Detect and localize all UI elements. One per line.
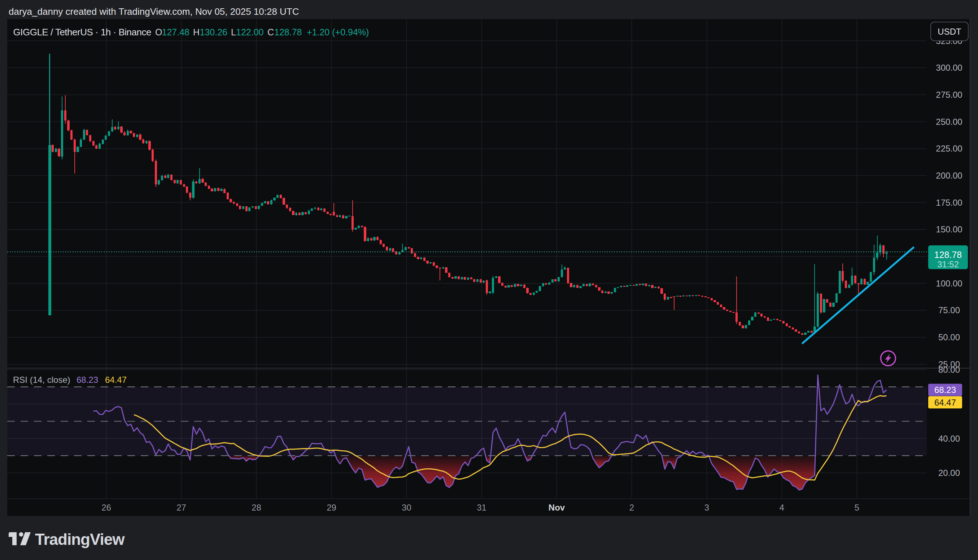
svg-text:68.23: 68.23	[77, 375, 98, 385]
svg-text:C: C	[267, 27, 274, 37]
svg-text:27: 27	[177, 503, 186, 512]
svg-text:40.00: 40.00	[938, 434, 960, 443]
svg-text:3: 3	[705, 503, 709, 512]
svg-text:GIGGLE / TetherUS · 1h · Binan: GIGGLE / TetherUS · 1h · Binance	[13, 27, 151, 38]
svg-text:2: 2	[630, 503, 634, 512]
svg-text:130.26: 130.26	[200, 27, 227, 37]
svg-text:darya_danny created with Tradi: darya_danny created with TradingView.com…	[9, 6, 299, 17]
svg-text:250.00: 250.00	[936, 117, 962, 127]
svg-text:75.00: 75.00	[938, 305, 960, 315]
svg-text:H: H	[193, 27, 200, 37]
svg-text:275.00: 275.00	[936, 90, 962, 100]
svg-text:Nov: Nov	[548, 503, 565, 512]
svg-text:TradingView: TradingView	[35, 530, 125, 548]
svg-text:29: 29	[327, 503, 337, 512]
svg-text:128.78: 128.78	[274, 27, 302, 37]
svg-text:128.78: 128.78	[934, 250, 962, 260]
svg-text:31: 31	[477, 503, 487, 512]
svg-text:USDT: USDT	[938, 27, 961, 37]
svg-text:80.00: 80.00	[938, 365, 960, 375]
svg-text:300.00: 300.00	[936, 63, 962, 73]
svg-text:L: L	[231, 27, 236, 37]
svg-text:50.00: 50.00	[938, 332, 960, 342]
svg-text:5: 5	[855, 503, 859, 512]
svg-text:64.47: 64.47	[105, 375, 127, 385]
svg-text:O: O	[155, 27, 162, 37]
svg-text:100.00: 100.00	[936, 278, 962, 288]
svg-text:28: 28	[252, 503, 261, 512]
svg-text:30: 30	[402, 503, 412, 512]
svg-text:64.47: 64.47	[934, 398, 956, 407]
svg-text:225.00: 225.00	[936, 143, 962, 153]
svg-text:RSI (14, close): RSI (14, close)	[13, 375, 70, 385]
svg-text:26: 26	[102, 503, 111, 512]
svg-text:127.48: 127.48	[162, 27, 190, 37]
svg-text:68.23: 68.23	[934, 385, 956, 395]
svg-text:4: 4	[780, 503, 784, 512]
svg-text:20.00: 20.00	[938, 468, 960, 478]
svg-text:+1.20 (+0.94%): +1.20 (+0.94%)	[307, 27, 369, 37]
svg-text:200.00: 200.00	[936, 171, 962, 180]
svg-text:150.00: 150.00	[936, 225, 962, 234]
svg-text:31:52: 31:52	[937, 260, 959, 269]
svg-text:122.00: 122.00	[236, 27, 263, 37]
svg-text:175.00: 175.00	[936, 198, 962, 207]
